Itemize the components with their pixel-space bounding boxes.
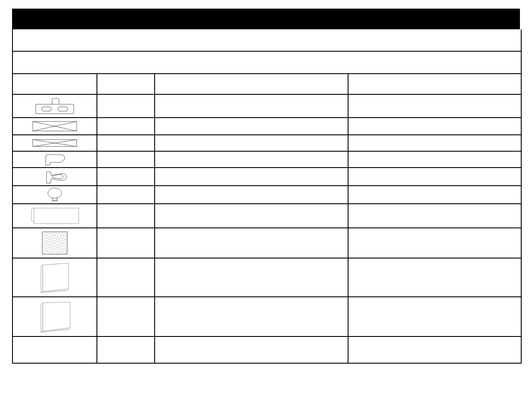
panel-bracket-icon [29,206,81,226]
part-illustration-cell [13,95,97,117]
table-row [13,95,521,118]
cell [97,118,155,134]
part-illustration-cell [13,186,97,203]
svg-marker-13 [43,263,68,292]
parts-table [12,29,522,364]
cell [97,297,155,336]
part-illustration-cell [13,297,97,336]
cell [155,168,348,185]
svg-rect-2 [58,107,68,111]
cell [97,95,155,117]
svg-marker-14 [41,265,43,293]
part-illustration-cell [13,204,97,227]
bulb-seal-icon [44,187,65,202]
cell [348,168,521,185]
cell [97,152,155,167]
cell [348,297,521,336]
table-row [13,297,521,337]
cell [155,118,348,134]
cell [348,204,521,227]
cell [155,337,348,363]
cell [97,204,155,227]
cell [97,337,155,363]
cell [97,186,155,203]
crossed-rect-thin-icon [31,138,78,148]
cell [348,95,521,117]
svg-marker-15 [41,289,68,293]
gasket-b-icon [40,169,70,184]
table-row [13,135,521,152]
svg-rect-1 [42,107,51,111]
cell [348,135,521,151]
cell [155,135,348,151]
hinge-bracket-icon [33,97,76,115]
svg-point-9 [48,188,62,198]
table-column-header-row [13,74,521,95]
cell [97,168,155,185]
svg-marker-16 [43,302,70,331]
cell [348,152,521,167]
table-row [13,228,521,258]
part-illustration-cell [13,168,97,185]
glass-panel-a-icon [37,261,72,294]
svg-rect-0 [36,104,74,114]
cell [348,258,521,296]
cell [155,228,348,258]
col-header-3 [155,74,348,94]
table-header-row-2 [13,52,521,74]
cell [155,152,348,167]
gasket-a-icon [40,153,70,166]
table-row [13,152,521,168]
cell [155,186,348,203]
cell [155,204,348,227]
crossed-rect-icon [31,120,78,133]
cell [348,337,521,363]
part-illustration-cell [13,118,97,134]
col-header-2 [97,74,155,94]
cell [155,297,348,336]
cell [97,135,155,151]
col-header-1 [13,74,97,94]
cell [155,258,348,296]
cell [348,228,521,258]
table-title-1 [13,29,521,51]
mesh-panel-icon [40,230,69,256]
table-row [13,186,521,204]
table-title-2 [13,52,521,73]
part-illustration-cell [13,152,97,167]
table-row [13,258,521,297]
cell [155,95,348,117]
part-illustration-cell [13,258,97,296]
part-illustration-cell [13,135,97,151]
svg-marker-18 [41,328,70,332]
cell [97,228,155,258]
cell [348,186,521,203]
part-illustration-cell [13,337,97,363]
svg-marker-17 [41,303,43,332]
col-header-4 [348,74,521,94]
part-illustration-cell [13,228,97,258]
page [0,0,532,411]
svg-rect-12 [42,232,67,254]
table-row [13,204,521,228]
cell [348,118,521,134]
title-bar [12,9,520,29]
table-row [13,168,521,186]
table-header-row-1 [13,29,521,52]
glass-panel-b-icon [37,299,73,334]
cell [97,258,155,296]
table-row [13,118,521,135]
table-row [13,337,521,363]
